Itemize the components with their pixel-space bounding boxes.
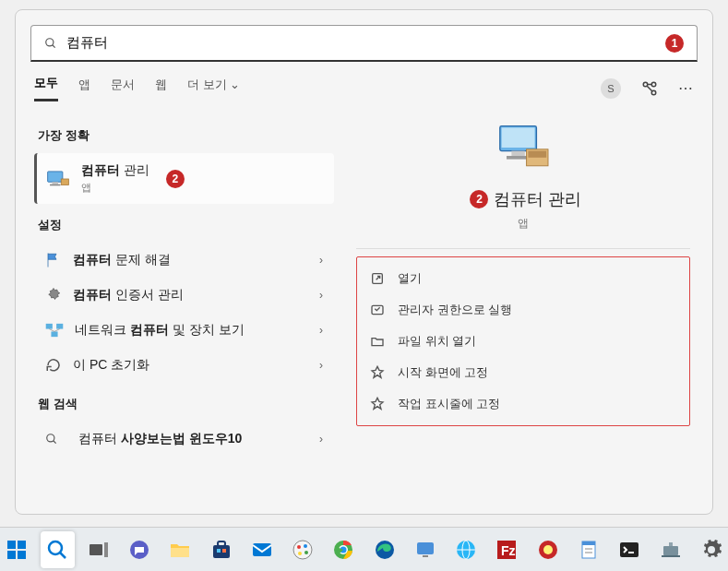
- annotation-badge-2: 2: [166, 170, 185, 188]
- svg-rect-33: [90, 544, 102, 555]
- computer-management-large-icon: [490, 120, 556, 175]
- svg-line-16: [54, 329, 60, 332]
- svg-rect-8: [53, 182, 59, 184]
- result-computer-management[interactable]: 컴퓨터 관리 앱 2: [34, 153, 334, 204]
- svg-rect-21: [511, 151, 524, 156]
- tab-apps[interactable]: 앱: [78, 77, 90, 101]
- action-open-location[interactable]: 파일 위치 열기: [364, 326, 682, 357]
- taskbar-terminal[interactable]: [613, 531, 646, 568]
- search-icon: [46, 539, 68, 561]
- tabs-row: 모두 앱 문서 웹 더 보기 ⌄ S ⋯: [16, 62, 712, 105]
- svg-rect-66: [662, 555, 680, 557]
- action-pin-start[interactable]: 시작 화면에 고정: [364, 357, 682, 388]
- tab-docs[interactable]: 문서: [111, 77, 135, 101]
- taskbar-edge[interactable]: [368, 531, 401, 568]
- taskbar-browser2[interactable]: [449, 531, 483, 568]
- result-label: 컴퓨터 문제 해결: [73, 252, 171, 268]
- folder-icon: [169, 539, 191, 561]
- taskbar-search[interactable]: [41, 531, 74, 568]
- action-label: 작업 표시줄에 고정: [398, 396, 500, 412]
- result-web-search[interactable]: 컴퓨터 사양보는법 윈도우10 ›: [34, 422, 334, 457]
- result-network-devices[interactable]: 네트워크 컴퓨터 및 장치 보기 ›: [34, 313, 334, 348]
- results-list: 가장 정확 컴퓨터 관리 앱 2 설정 컴퓨터 문제 해결 ›: [16, 114, 334, 457]
- search-bar[interactable]: 1: [30, 25, 698, 62]
- taskbar-mail[interactable]: [245, 531, 279, 568]
- taskbar-explorer[interactable]: [163, 531, 197, 568]
- mail-icon: [251, 539, 273, 561]
- tab-more[interactable]: 더 보기 ⌄: [187, 77, 240, 101]
- svg-rect-29: [7, 551, 16, 559]
- taskbar-settings[interactable]: [695, 531, 728, 568]
- section-settings: 설정: [38, 217, 334, 233]
- svg-point-0: [46, 38, 54, 45]
- device-icon: [660, 539, 682, 561]
- svg-rect-34: [104, 542, 108, 557]
- svg-rect-24: [528, 151, 546, 158]
- svg-point-4: [651, 82, 656, 87]
- result-label: 컴퓨터 사양보는법 윈도우10: [78, 431, 242, 447]
- svg-rect-27: [7, 541, 16, 549]
- svg-point-59: [543, 545, 553, 554]
- action-run-admin[interactable]: 관리자 권한으로 실행: [364, 294, 682, 326]
- store-icon: [210, 539, 233, 561]
- action-open[interactable]: 열기: [364, 263, 682, 294]
- terminal-icon: [618, 539, 640, 561]
- taskbar-notes[interactable]: [572, 531, 605, 568]
- pin-icon: [370, 397, 385, 411]
- result-label: 네트워크 컴퓨터 및 장치 보기: [75, 322, 245, 339]
- svg-rect-37: [213, 545, 230, 558]
- taskbar-taskview[interactable]: [82, 531, 115, 568]
- chevron-right-icon: ›: [319, 433, 323, 446]
- result-certificates[interactable]: 컴퓨터 인증서 관리 ›: [34, 278, 334, 313]
- windows-icon: [6, 539, 28, 561]
- tab-web[interactable]: 웹: [155, 77, 167, 101]
- svg-rect-39: [217, 549, 221, 553]
- taskbar-chat[interactable]: [123, 531, 156, 568]
- svg-rect-41: [253, 543, 271, 556]
- taskbar-device[interactable]: [653, 531, 686, 568]
- taskbar-remote[interactable]: [409, 531, 442, 568]
- svg-rect-7: [48, 171, 63, 181]
- gear-icon: [45, 287, 62, 303]
- chrome-icon: [332, 539, 354, 561]
- taskbar-filezilla[interactable]: Fz: [490, 531, 523, 568]
- pin-icon: [370, 365, 385, 380]
- divider: [356, 248, 690, 249]
- preview-pane: 2 컴퓨터 관리 앱 열기 관리자 권한으로 실행: [334, 114, 712, 457]
- action-label: 관리자 권한으로 실행: [398, 302, 512, 318]
- preview-subtitle: 앱: [356, 216, 690, 232]
- tab-all[interactable]: 모두: [34, 75, 58, 101]
- computer-management-icon: [46, 168, 70, 190]
- taskbar-paint[interactable]: [286, 531, 319, 568]
- chevron-right-icon: ›: [319, 289, 323, 302]
- chevron-right-icon: ›: [319, 254, 323, 267]
- taskbar-app-red[interactable]: [531, 531, 565, 568]
- taskbar-store[interactable]: [204, 531, 237, 568]
- user-avatar[interactable]: S: [601, 78, 621, 99]
- svg-rect-10: [61, 179, 68, 185]
- search-input[interactable]: [66, 35, 660, 51]
- svg-point-46: [298, 552, 302, 555]
- section-best-match: 가장 정확: [38, 127, 334, 144]
- chevron-right-icon: ›: [319, 359, 323, 372]
- taskbar-start[interactable]: [0, 531, 33, 568]
- result-subtitle: 앱: [81, 181, 149, 195]
- taskbar-chrome[interactable]: [327, 531, 360, 568]
- svg-rect-61: [582, 541, 595, 545]
- annotation-badge-2b: 2: [470, 190, 488, 208]
- result-label: 이 PC 초기화: [73, 357, 149, 374]
- svg-rect-28: [18, 541, 26, 549]
- network-share-icon[interactable]: [641, 80, 658, 97]
- svg-rect-20: [502, 127, 535, 148]
- preview-actions-highlighted: 열기 관리자 권한으로 실행 파일 위치 열기 시작 화면에 고정: [356, 256, 690, 426]
- action-label: 열기: [398, 270, 422, 287]
- svg-point-45: [304, 551, 308, 554]
- svg-rect-52: [423, 555, 428, 557]
- action-pin-taskbar[interactable]: 작업 표시줄에 고정: [364, 388, 682, 420]
- svg-line-18: [54, 441, 56, 444]
- more-options-icon[interactable]: ⋯: [678, 79, 694, 97]
- paint-icon: [292, 539, 314, 561]
- result-troubleshoot[interactable]: 컴퓨터 문제 해결 ›: [34, 243, 334, 278]
- annotation-badge-1: 1: [665, 34, 684, 53]
- result-reset-pc[interactable]: 이 PC 초기화 ›: [34, 348, 334, 383]
